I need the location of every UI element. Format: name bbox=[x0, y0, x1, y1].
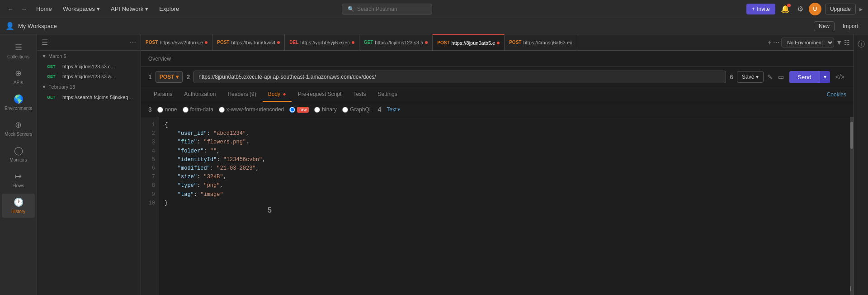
sidebar-item-collections[interactable]: ☰ Collections bbox=[2, 39, 35, 63]
right-nav: + Invite 🔔 ⚙ U Upgrade ▸ bbox=[746, 3, 863, 15]
settings-icon-button[interactable]: ⚙ bbox=[795, 3, 805, 15]
tab-tests[interactable]: Tests bbox=[348, 87, 371, 102]
edit-icon-button[interactable]: ✎ bbox=[765, 71, 774, 83]
history-label: History bbox=[11, 209, 25, 214]
collections-label: Collections bbox=[7, 54, 29, 59]
overview-link[interactable]: Overview bbox=[148, 56, 171, 62]
workspaces-button[interactable]: Workspaces ▾ bbox=[59, 4, 104, 14]
list-item[interactable]: GET https://fcjdms123.s3.c... bbox=[37, 62, 141, 71]
list-item[interactable]: GET https://fcjdms123.s3.a... bbox=[37, 71, 141, 81]
history-icon: 🕐 bbox=[14, 197, 24, 207]
list-item[interactable]: GET https://search-fcjdms-5ljnxkeq3n7... bbox=[37, 92, 141, 102]
march-label: March 6 bbox=[48, 53, 66, 59]
tab-post-1[interactable]: POST https://5vw2ufurrk.e bbox=[141, 34, 212, 50]
right-panel-icon-1[interactable]: ⓘ bbox=[856, 38, 867, 51]
forward-button[interactable]: → bbox=[19, 4, 29, 14]
sidebar-item-apis[interactable]: ⊕ APIs bbox=[2, 65, 35, 89]
tab-headers[interactable]: Headers (9) bbox=[222, 87, 261, 102]
workspace-bar: 👤 My Workspace New Import bbox=[0, 18, 868, 34]
search-bar[interactable]: 🔍 bbox=[342, 4, 432, 14]
binary-option[interactable]: binary bbox=[314, 106, 337, 113]
tab-method: POST bbox=[146, 40, 158, 45]
tab-del[interactable]: DEL https://ygrh05yji6.exec bbox=[285, 34, 359, 50]
scrollbar-end: | bbox=[850, 286, 854, 295]
environment-select[interactable]: No Environment bbox=[781, 38, 834, 48]
more-options-icon[interactable]: ⋯ bbox=[130, 39, 136, 46]
env-dropdown-button[interactable]: ▼ bbox=[836, 39, 842, 46]
tab-body[interactable]: Body ● bbox=[263, 87, 292, 102]
label-6: 6 bbox=[730, 73, 733, 81]
code-line: "modified": "21-03-2023", bbox=[165, 164, 844, 173]
filter-icon[interactable]: ☰ bbox=[42, 38, 48, 47]
urlencoded-option[interactable]: x-www-form-urlencoded bbox=[219, 106, 284, 113]
save-button[interactable]: Save ▾ bbox=[737, 71, 764, 83]
request-tabs: Params Authorization Headers (9) Body ● … bbox=[141, 87, 854, 102]
api-network-button[interactable]: API Network ▾ bbox=[107, 4, 152, 14]
tab-authorization[interactable]: Authorization bbox=[179, 87, 221, 102]
scrollbar-thumb[interactable] bbox=[850, 122, 853, 149]
label-1: 1 bbox=[148, 73, 152, 81]
form-data-option[interactable]: form-data bbox=[183, 106, 213, 113]
sidebar-item-mock-servers[interactable]: ⊕ Mock Servers bbox=[2, 116, 35, 140]
collections-icon: ☰ bbox=[15, 43, 22, 52]
code-content[interactable]: { "user_id": "abcd1234", "file": "flower… bbox=[159, 117, 850, 295]
tab-pre-request[interactable]: Pre-request Script bbox=[292, 87, 347, 102]
monitors-label: Monitors bbox=[9, 157, 27, 162]
sidebar-item-history[interactable]: 🕐 History bbox=[2, 194, 35, 218]
send-group: Send ▾ bbox=[789, 71, 830, 83]
main-area: ☰ Collections ⊕ APIs 🌎 Environments ⊕ Mo… bbox=[0, 34, 868, 295]
url-input[interactable] bbox=[193, 71, 726, 83]
home-button[interactable]: Home bbox=[33, 4, 56, 14]
new-button[interactable]: New bbox=[814, 21, 835, 31]
explore-button[interactable]: Explore bbox=[156, 4, 183, 14]
send-chevron-button[interactable]: ▾ bbox=[820, 71, 830, 83]
add-tab-button[interactable]: + bbox=[768, 39, 771, 46]
avatar[interactable]: U bbox=[809, 3, 821, 15]
send-button[interactable]: Send bbox=[789, 71, 819, 83]
march-group-header[interactable]: ▼ March 6 bbox=[37, 51, 141, 62]
search-input[interactable] bbox=[357, 6, 425, 12]
tab-url: https://5vw2ufurrk.e bbox=[160, 40, 203, 45]
tab-params[interactable]: Params bbox=[148, 87, 178, 102]
raw-option[interactable]: raw bbox=[289, 107, 309, 113]
environments-panel-button[interactable]: ☷ bbox=[844, 39, 850, 46]
code-icon-button[interactable]: </> bbox=[834, 71, 846, 82]
tab-method: DEL bbox=[289, 40, 298, 45]
tab-get[interactable]: GET https://fcjdms123.s3.a bbox=[359, 34, 433, 50]
tab-post-2[interactable]: POST https://bwdum0rws4 bbox=[212, 34, 285, 50]
code-editor[interactable]: 1 2 3 4 5 6 7 8 9 10 { "user_id": "abcd1… bbox=[141, 117, 854, 295]
history-url: https://fcjdms123.s3.a... bbox=[62, 74, 115, 79]
sidebar-item-environments[interactable]: 🌎 Environments bbox=[2, 90, 35, 114]
invite-button[interactable]: + Invite bbox=[746, 4, 775, 14]
tab-url: https://bwdum0rws4 bbox=[231, 40, 275, 45]
expand-chevron[interactable]: ▸ bbox=[859, 5, 863, 13]
method-select[interactable]: POST ▾ bbox=[156, 71, 183, 83]
tab-method: GET bbox=[364, 40, 373, 45]
february-group-header[interactable]: ▼ February 13 bbox=[37, 81, 141, 92]
notification-dot bbox=[787, 4, 791, 7]
graphql-option[interactable]: GraphQL bbox=[342, 106, 372, 113]
overview-bar: Overview bbox=[141, 51, 854, 67]
code-editor-area: 5 1 2 3 4 5 6 7 8 9 10 { bbox=[141, 117, 854, 295]
import-button[interactable]: Import bbox=[838, 22, 863, 31]
cookies-link[interactable]: Cookies bbox=[827, 91, 846, 98]
right-panel: ⓘ bbox=[854, 34, 868, 295]
sidebar-item-flows[interactable]: ↦ Flows bbox=[2, 168, 35, 192]
vertical-scrollbar[interactable] bbox=[850, 117, 854, 295]
upgrade-button[interactable]: Upgrade bbox=[825, 4, 856, 14]
tab-post-active[interactable]: POST https://8jpun0atb5.e bbox=[433, 34, 505, 50]
sidebar-item-monitors[interactable]: ◯ Monitors bbox=[2, 142, 35, 166]
apis-icon: ⊕ bbox=[15, 68, 22, 78]
tab-settings[interactable]: Settings bbox=[372, 87, 402, 102]
back-button[interactable]: ← bbox=[5, 4, 15, 14]
label-2: 2 bbox=[186, 73, 190, 81]
code-line: "file": "flowers.png", bbox=[165, 138, 844, 147]
tab-actions: + ⋯ No Environment ▼ ☷ bbox=[764, 38, 854, 48]
copy-icon-button[interactable]: ▭ bbox=[776, 71, 786, 83]
method-chevron-icon: ▾ bbox=[176, 74, 179, 80]
apis-label: APIs bbox=[14, 80, 23, 85]
tab-post-6[interactable]: POST https://4mnsq6at63.ex bbox=[505, 34, 577, 50]
text-select[interactable]: Text ▾ bbox=[387, 106, 400, 113]
none-option[interactable]: none bbox=[157, 106, 177, 113]
more-tabs-button[interactable]: ⋯ bbox=[773, 39, 779, 46]
